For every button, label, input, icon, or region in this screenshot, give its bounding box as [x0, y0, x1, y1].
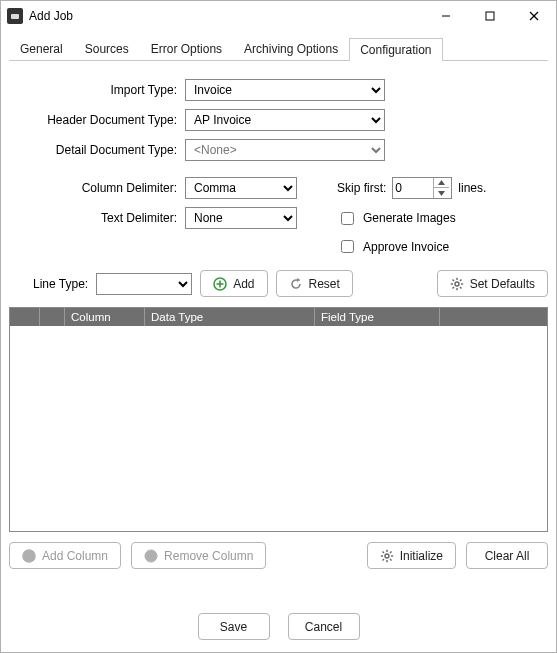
- skip-first-up[interactable]: [433, 178, 449, 188]
- skip-first-down[interactable]: [433, 188, 449, 198]
- import-type-select[interactable]: Invoice: [185, 79, 385, 101]
- remove-column-button[interactable]: Remove Column: [131, 542, 266, 569]
- grid-col-blank[interactable]: [40, 308, 65, 326]
- save-button[interactable]: Save: [198, 613, 270, 640]
- plus-circle-icon: [213, 277, 227, 291]
- gear-icon: [450, 277, 464, 291]
- approve-invoice-input[interactable]: [341, 240, 354, 253]
- gear-icon: [380, 549, 394, 563]
- x-circle-icon: [144, 549, 158, 563]
- grid-header: Column Data Type Field Type: [10, 308, 547, 326]
- header-doc-type-label: Header Document Type:: [9, 113, 185, 127]
- window: Add Job General Sources Error Options Ar…: [0, 0, 557, 653]
- svg-marker-5: [438, 191, 445, 196]
- maximize-button[interactable]: [468, 2, 512, 31]
- svg-line-15: [452, 279, 454, 281]
- import-type-label: Import Type:: [9, 83, 185, 97]
- grid-col-column[interactable]: Column: [65, 308, 145, 326]
- content-area: General Sources Error Options Archiving …: [9, 37, 548, 592]
- line-type-label: Line Type:: [33, 277, 88, 291]
- svg-line-30: [382, 551, 384, 553]
- app-icon: [7, 8, 23, 24]
- tab-sources[interactable]: Sources: [74, 37, 140, 60]
- initialize-button[interactable]: Initialize: [367, 542, 456, 569]
- set-defaults-button[interactable]: Set Defaults: [437, 270, 548, 297]
- line-type-select[interactable]: [96, 273, 192, 295]
- approve-invoice-label: Approve Invoice: [363, 240, 449, 254]
- skip-first-suffix: lines.: [458, 181, 486, 195]
- skip-first-field[interactable]: [392, 177, 452, 199]
- grid-col-tail[interactable]: [440, 308, 547, 326]
- svg-line-33: [382, 559, 384, 561]
- generate-images-checkbox[interactable]: Generate Images: [337, 209, 456, 228]
- text-delimiter-select[interactable]: None: [185, 207, 297, 229]
- svg-rect-1: [486, 12, 494, 20]
- add-column-button[interactable]: Add Column: [9, 542, 121, 569]
- grid-col-fieldtype[interactable]: Field Type: [315, 308, 440, 326]
- grid-body[interactable]: [10, 326, 547, 531]
- svg-line-17: [460, 279, 462, 281]
- header-doc-type-select[interactable]: AP Invoice: [185, 109, 385, 131]
- tab-strip: General Sources Error Options Archiving …: [9, 37, 548, 61]
- svg-point-25: [385, 554, 389, 558]
- titlebar: Add Job: [1, 1, 556, 31]
- close-button[interactable]: [512, 2, 556, 31]
- tab-configuration[interactable]: Configuration: [349, 38, 442, 61]
- column-delimiter-select[interactable]: Comma: [185, 177, 297, 199]
- cancel-button[interactable]: Cancel: [288, 613, 360, 640]
- svg-line-18: [452, 287, 454, 289]
- svg-line-16: [460, 287, 462, 289]
- svg-line-32: [390, 551, 392, 553]
- svg-point-10: [455, 282, 459, 286]
- column-delimiter-label: Column Delimiter:: [9, 181, 185, 195]
- svg-marker-9: [297, 278, 301, 282]
- reset-button[interactable]: Reset: [276, 270, 353, 297]
- columns-grid[interactable]: Column Data Type Field Type: [9, 307, 548, 532]
- tab-error-options[interactable]: Error Options: [140, 37, 233, 60]
- svg-marker-4: [438, 180, 445, 185]
- tab-general[interactable]: General: [9, 37, 74, 60]
- skip-first-input[interactable]: [393, 178, 433, 198]
- undo-arrow-icon: [289, 277, 303, 291]
- grid-col-handle: [10, 308, 40, 326]
- tab-archiving-options[interactable]: Archiving Options: [233, 37, 349, 60]
- window-title: Add Job: [29, 9, 73, 23]
- skip-first-label: Skip first:: [337, 181, 386, 195]
- add-button[interactable]: Add: [200, 270, 267, 297]
- generate-images-input[interactable]: [341, 212, 354, 225]
- clear-all-button[interactable]: Clear All: [466, 542, 548, 569]
- detail-doc-type-select[interactable]: <None>: [185, 139, 385, 161]
- dialog-footer: Save Cancel: [1, 613, 556, 640]
- svg-line-31: [390, 559, 392, 561]
- minimize-button[interactable]: [424, 2, 468, 31]
- plus-circle-icon: [22, 549, 36, 563]
- text-delimiter-label: Text Delimiter:: [9, 211, 185, 225]
- approve-invoice-checkbox[interactable]: Approve Invoice: [337, 237, 449, 256]
- detail-doc-type-label: Detail Document Type:: [9, 143, 185, 157]
- generate-images-label: Generate Images: [363, 211, 456, 225]
- grid-col-datatype[interactable]: Data Type: [145, 308, 315, 326]
